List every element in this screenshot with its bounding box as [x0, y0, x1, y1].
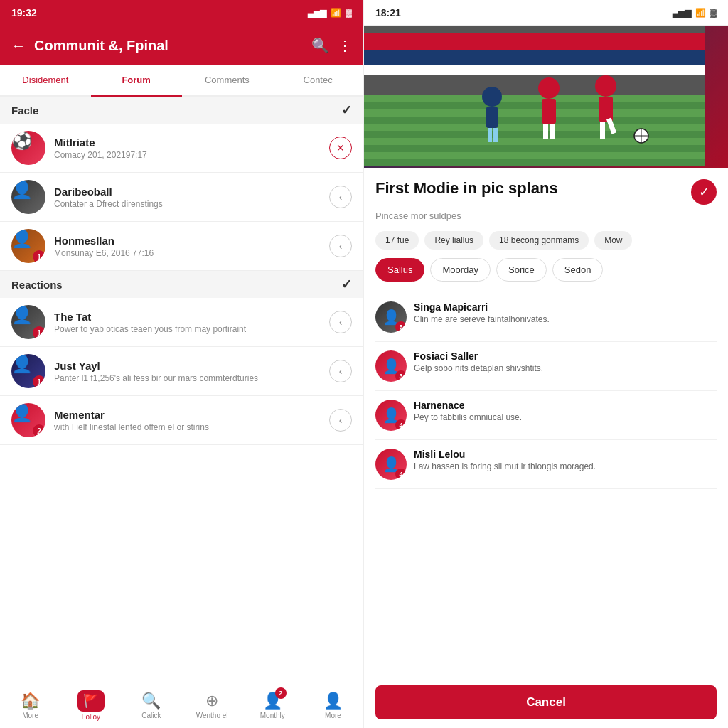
- item-mitlriate-action[interactable]: ✕: [329, 136, 352, 159]
- tab-contec[interactable]: Contec: [272, 65, 363, 97]
- avatar-mitlriate: ⚽: [11, 131, 46, 165]
- svg-rect-6: [364, 95, 705, 102]
- r-battery-icon: ▓: [710, 8, 717, 18]
- more-icon: 👤: [323, 692, 343, 710]
- section-facle-check: ✓: [341, 102, 352, 118]
- article-title: First Modie in pic splans: [375, 179, 685, 198]
- item-thetat-title: The Tat: [54, 311, 321, 323]
- filter-sorice[interactable]: Sorice: [496, 258, 547, 282]
- avatar-mementar: 👤 2: [11, 403, 46, 437]
- home-icon: 🏠: [21, 692, 40, 710]
- svg-rect-13: [364, 145, 705, 152]
- svg-rect-8: [364, 109, 705, 117]
- menu-button[interactable]: ⋮: [338, 37, 352, 54]
- list-item-honmesllan[interactable]: 👤 1 Honmesllan Monsunay E6, 2016 77:16 ‹: [0, 222, 363, 271]
- comment-harnenace-text: Pey to fabbilis omniucal use.: [414, 412, 717, 422]
- right-status-bar: 18:21 ▄▅▆ 📶 ▓: [364, 0, 728, 26]
- list-item-thetat[interactable]: 👤 1 The Tat Power to yab oticas teaen yo…: [0, 298, 363, 347]
- filter-sedon[interactable]: Sedon: [552, 258, 604, 282]
- calick-icon: 🔍: [141, 692, 161, 710]
- list-item-justyayl[interactable]: 👤 1 Just Yayl Panter l1 f1,256's ali fes…: [0, 347, 363, 396]
- nav-item-more-right[interactable]: 👤 More: [303, 683, 363, 728]
- tab-disidement[interactable]: Disidement: [0, 65, 91, 97]
- list-item-mitlriate[interactable]: ⚽ Mitlriate Comacy 201, 202197:17 ✕: [0, 124, 363, 173]
- tab-comments[interactable]: Comments: [182, 65, 273, 97]
- avatar-daribeoball: 👤: [11, 180, 46, 214]
- item-mementar-content: Mementar with I ielf linestal lented off…: [54, 409, 321, 432]
- item-daribeoball-action[interactable]: ‹: [329, 186, 352, 208]
- svg-rect-26: [600, 122, 605, 139]
- nav-label-monthly: Monthly: [260, 712, 285, 719]
- comment-harnenace-body: Harnenace Pey to fabbilis omniucal use.: [414, 400, 717, 422]
- tab-forum[interactable]: Forum: [91, 65, 182, 97]
- comment-harnenace[interactable]: 👤 4 Harnenace Pey to fabbilis omniucal u…: [375, 391, 717, 440]
- section-reactions-label: Reactions: [11, 279, 63, 291]
- filter-moorday[interactable]: Moorday: [430, 258, 491, 282]
- svg-rect-18: [488, 128, 492, 142]
- comment-misli-text: Law hassen is foring sli mut ir thlongis…: [414, 461, 717, 471]
- left-top-bar: ← Communit &, Fpinal 🔍 ⋮: [0, 26, 363, 65]
- tag-reyliallus[interactable]: Rey liallus: [424, 231, 483, 250]
- list-item-mementar[interactable]: 👤 2 Mementar with I ielf linestal lented…: [0, 396, 363, 445]
- comment-singa[interactable]: 👤 5 Singa Mapicarri Clin me are sereve f…: [375, 293, 717, 342]
- filter-sallus[interactable]: Sallus: [375, 258, 424, 282]
- nav-item-wenthoel[interactable]: ⊕ Wentho el: [182, 683, 242, 728]
- svg-rect-3: [364, 50, 705, 65]
- nav-label-more-left: More: [22, 712, 38, 719]
- item-thetat-action[interactable]: ‹: [329, 311, 352, 333]
- left-status-bar: 19:32 ▄▅▆ 📶 ▓: [0, 0, 363, 26]
- badge-harnenace: 4: [395, 419, 407, 431]
- article-subtitle: Pincase mor suldpes: [375, 210, 717, 221]
- item-daribeoball-content: Daribeoball Contater a Dfrect dirensting…: [54, 186, 321, 209]
- item-mitlriate-content: Mitlriate Comacy 201, 202197:17: [54, 136, 321, 160]
- search-button[interactable]: 🔍: [311, 37, 329, 54]
- badge-fosiaci: 3: [395, 370, 407, 382]
- svg-rect-21: [542, 99, 556, 124]
- tag-17fue[interactable]: 17 fue: [375, 231, 419, 250]
- item-honmesllan-content: Honmesllan Monsunay E6, 2016 77:16: [54, 235, 321, 258]
- article-check-button[interactable]: ✓: [691, 179, 717, 205]
- item-daribeoball-subtitle: Contater a Dfrect direnstings: [54, 199, 321, 209]
- left-panel: 19:32 ▄▅▆ 📶 ▓ ← Communit &, Fpinal 🔍 ⋮ D…: [0, 0, 364, 728]
- item-honmesllan-subtitle: Monsunay E6, 2016 77:16: [54, 248, 321, 258]
- tag-18becong[interactable]: 18 becong gonmams: [489, 231, 589, 250]
- article-header: First Modie in pic splans ✓: [375, 179, 717, 205]
- tabs-bar: Disidement Forum Comments Contec: [0, 65, 363, 97]
- list-item-daribeoball[interactable]: 👤 Daribeoball Contater a Dfrect dirensti…: [0, 173, 363, 222]
- tag-mow[interactable]: Mow: [594, 231, 632, 250]
- avatar-fosiaci: 👤 3: [375, 350, 407, 382]
- hero-image: [364, 26, 728, 168]
- nav-item-folloy[interactable]: 🚩 Folloy: [60, 683, 121, 728]
- nav-item-more-left[interactable]: 🏠 More: [0, 683, 60, 728]
- badge-honmesllan: 1: [33, 250, 46, 263]
- section-reactions-header: Reactions ✓: [0, 271, 363, 298]
- item-mitlriate-subtitle: Comacy 201, 202197:17: [54, 150, 321, 160]
- wenthoel-icon: ⊕: [205, 692, 218, 710]
- item-justyayl-action[interactable]: ‹: [329, 360, 352, 382]
- item-honmesllan-action[interactable]: ‹: [329, 235, 352, 257]
- comment-misli-body: Misli Lelou Law hassen is foring sli mut…: [414, 449, 717, 471]
- filter-row: Sallus Moorday Sorice Sedon: [375, 258, 717, 282]
- r-signal-icon: ▄▅▆: [673, 8, 692, 18]
- nav-label-more-right: More: [325, 712, 341, 719]
- item-justyayl-content: Just Yayl Panter l1 f1,256's ali fess bi…: [54, 360, 321, 383]
- svg-rect-4: [364, 65, 705, 75]
- comment-misli[interactable]: 👤 4 Misli Lelou Law hassen is foring sli…: [375, 440, 717, 489]
- tags-row: 17 fue Rey liallus 18 becong gonmams Mow: [375, 231, 717, 250]
- svg-rect-7: [364, 102, 705, 109]
- nav-item-calick[interactable]: 🔍 Calick: [121, 683, 181, 728]
- comment-fosiaci-text: Gelp sobo nits detaplan shivshtits.: [414, 363, 717, 373]
- nav-item-monthly[interactable]: 👤 2 Monthly: [242, 683, 303, 728]
- right-status-icons: ▄▅▆ 📶 ▓: [673, 8, 717, 18]
- cancel-button[interactable]: Cancel: [375, 685, 717, 719]
- nav-label-wenthoel: Wentho el: [196, 712, 228, 719]
- back-button[interactable]: ←: [11, 38, 26, 54]
- comment-singa-body: Singa Mapicarri Clin me are sereve faint…: [414, 301, 717, 324]
- bottom-nav: 🏠 More 🚩 Folloy 🔍 Calick ⊕ Wentho el 👤 2…: [0, 682, 363, 728]
- item-mementar-action[interactable]: ‹: [329, 409, 352, 432]
- item-justyayl-subtitle: Panter l1 f1,256's ali fess bir our mars…: [54, 373, 321, 383]
- comment-fosiaci[interactable]: 👤 3 Fosiaci Saller Gelp sobo nits detapl…: [375, 342, 717, 391]
- svg-rect-9: [364, 117, 705, 124]
- wifi-icon: 📶: [331, 8, 341, 18]
- svg-rect-12: [364, 138, 705, 145]
